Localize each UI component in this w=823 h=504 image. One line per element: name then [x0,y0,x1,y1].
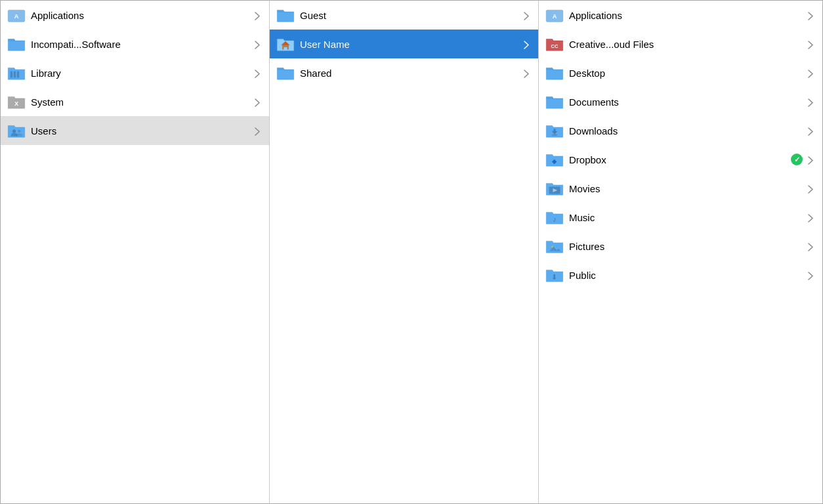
chevron-guest [524,11,532,19]
label-system: System [31,96,252,108]
chevron-applications [255,11,263,19]
row-downloads[interactable]: Downloads [539,116,822,145]
label-incompati-software: Incompati...Software [31,39,252,50]
chevron-library [255,69,263,77]
svg-text:⬇: ⬇ [552,273,558,281]
icon-public: ⬇ [545,266,564,284]
icon-downloads [545,121,564,140]
chevron-downloads [808,127,816,135]
label-pictures: Pictures [569,241,805,252]
row-applications3[interactable]: A Applications [539,1,822,30]
chevron-pictures [808,242,816,250]
label-downloads: Downloads [569,125,805,136]
chevron-music [808,213,816,221]
icon-folder-blue [7,35,26,53]
chevron-movies [808,184,816,192]
icon-library [7,64,26,82]
icon-applications: A [545,6,564,24]
row-library[interactable]: Library [1,58,269,87]
column-3: A Applications CC Creative...oud Files D… [539,1,822,503]
row-applications[interactable]: A Applications [1,1,269,30]
row-pictures[interactable]: Pictures [539,232,822,261]
icon-folder-blue [545,93,564,111]
svg-point-8 [18,130,20,133]
svg-text:♪: ♪ [553,215,557,223]
row-shared[interactable]: Shared [270,58,538,87]
icon-applications: A [7,6,26,24]
icon-users [7,121,26,140]
svg-rect-16 [552,135,557,136]
icon-folder-blue [276,64,295,82]
column-2: Guest User Name Shared [270,1,539,503]
svg-rect-5 [17,71,19,77]
icon-folder-blue [545,64,564,82]
row-music[interactable]: ♪ Music [539,203,822,232]
chevron-users [255,127,263,135]
icon-pictures [545,237,564,255]
column-1: A Applications Incompati...Software Libr… [1,1,270,503]
label-users: Users [31,125,252,136]
chevron-documents [808,98,816,106]
svg-rect-4 [14,71,16,77]
row-creative-cloud[interactable]: CC Creative...oud Files [539,30,822,58]
finder-window: A Applications Incompati...Software Libr… [0,0,823,504]
chevron-username [524,40,532,48]
row-username[interactable]: User Name [270,30,538,58]
svg-rect-3 [11,71,12,77]
row-movies[interactable]: Movies [539,174,822,203]
row-incompati-software[interactable]: Incompati...Software [1,30,269,58]
row-dropbox[interactable]: ◆ Dropbox [539,145,822,174]
dropbox-sync-badge [791,154,803,165]
chevron-shared [524,69,532,77]
label-dropbox: Dropbox [569,154,791,165]
row-desktop[interactable]: Desktop [539,58,822,87]
row-guest[interactable]: Guest [270,1,538,30]
label-username: User Name [300,39,521,50]
svg-text:CC: CC [551,43,559,49]
row-public[interactable]: ⬇ Public [539,261,822,289]
icon-movies [545,179,564,198]
label-documents: Documents [569,96,805,108]
label-music: Music [569,212,805,223]
row-system[interactable]: X System [1,87,269,116]
icon-dropbox: ◆ [545,150,564,169]
label-shared: Shared [300,68,521,79]
label-public: Public [569,270,805,281]
svg-text:◆: ◆ [552,158,558,165]
row-users[interactable]: Users [1,116,269,145]
svg-text:A: A [14,13,19,20]
chevron-desktop [808,69,816,77]
icon-creative-cloud: CC [545,35,564,53]
label-guest: Guest [300,10,521,21]
label-library: Library [31,68,252,79]
row-documents[interactable]: Documents [539,87,822,116]
label-applications3: Applications [569,10,805,21]
svg-text:X: X [14,100,19,107]
svg-text:A: A [553,13,557,20]
label-movies: Movies [569,183,805,194]
chevron-applications3 [808,11,816,19]
icon-home [276,35,295,53]
label-applications: Applications [31,10,252,21]
icon-music: ♪ [545,208,564,226]
label-creative-cloud: Creative...oud Files [569,39,805,50]
svg-point-7 [12,129,16,133]
chevron-public [808,271,816,279]
icon-folder-blue [276,6,295,24]
chevron-incompati-software [255,40,263,48]
icon-system: X [7,93,26,111]
chevron-system [255,98,263,106]
chevron-creative-cloud [808,40,816,48]
chevron-dropbox [808,156,816,163]
label-desktop: Desktop [569,68,805,79]
